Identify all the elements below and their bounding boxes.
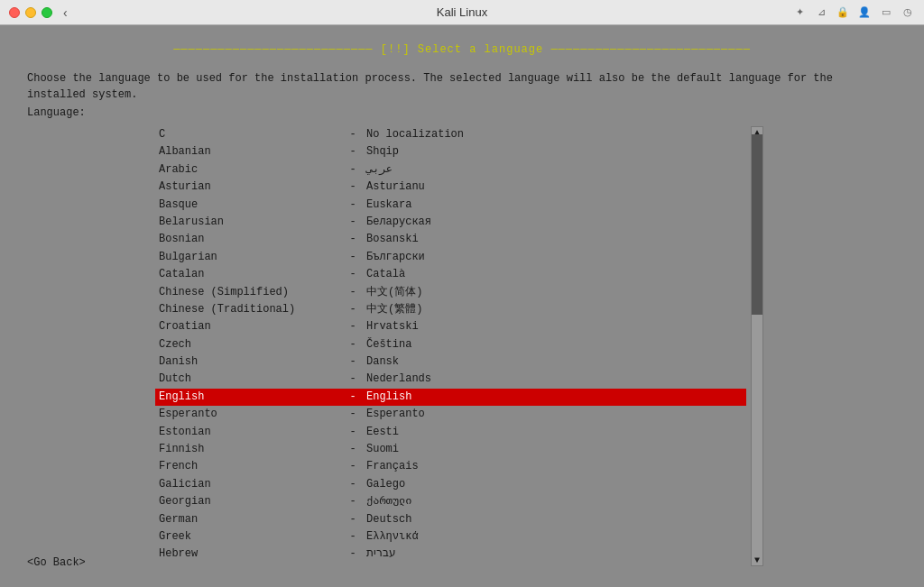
language-name: Albanian	[159, 144, 339, 160]
language-name: Belarusian	[159, 215, 339, 230]
language-separator: -	[339, 215, 366, 230]
language-name: Czech	[159, 337, 339, 353]
language-separator: -	[339, 337, 366, 353]
language-separator: -	[339, 442, 366, 457]
language-separator: -	[339, 407, 366, 422]
language-list-container: C-No localizationAlbanian-ShqipArabic-عر…	[155, 126, 769, 566]
go-back-button[interactable]: <Go Back>	[27, 556, 86, 569]
maximize-button[interactable]	[42, 7, 52, 18]
wifi-icon: ⊿	[814, 5, 828, 20]
back-button[interactable]: ‹	[63, 5, 68, 20]
language-name: Estonian	[159, 425, 339, 440]
list-item[interactable]: French-Français	[155, 458, 746, 475]
language-native-name: Euskara	[366, 197, 411, 213]
language-native-name: Català	[366, 267, 405, 282]
language-name: Esperanto	[159, 407, 339, 422]
language-native-name: 中文(简体)	[366, 285, 422, 300]
list-item[interactable]: Dutch-Nederlands	[155, 371, 746, 388]
language-separator: -	[339, 425, 366, 440]
list-item[interactable]: Albanian-Shqip	[155, 143, 746, 161]
list-item[interactable]: Arabic-عربي	[155, 161, 746, 179]
list-item[interactable]: Bulgarian-Български	[155, 249, 746, 266]
language-separator: -	[339, 162, 366, 178]
language-name: Basque	[159, 197, 339, 213]
language-name: Greek	[159, 529, 339, 545]
lock-icon: 🔒	[836, 5, 850, 20]
language-name: Chinese (Traditional)	[159, 302, 339, 317]
language-separator: -	[339, 390, 366, 405]
language-separator: -	[339, 371, 366, 387]
description: Choose the language to be used for the i…	[27, 70, 897, 103]
scrollbar-thumb[interactable]	[752, 134, 762, 315]
language-name: Chinese (Simplified)	[159, 285, 339, 300]
language-separator: -	[339, 127, 366, 142]
title-decoration-right: ───────────────────────────	[550, 43, 750, 56]
list-item[interactable]: Galician-Galego	[155, 476, 746, 493]
language-native-name: Magyar	[366, 564, 405, 566]
language-separator: -	[339, 179, 366, 195]
language-name: Finnish	[159, 442, 339, 457]
language-native-name: Ελληνικά	[366, 529, 419, 545]
language-native-name: ქართული	[366, 494, 412, 509]
clock-icon: ◷	[901, 5, 915, 20]
language-name: Bosnian	[159, 232, 339, 247]
scroll-down-arrow[interactable]: ▼	[752, 555, 762, 565]
list-item[interactable]: Georgian-ქართული	[155, 493, 746, 510]
language-separator: -	[339, 546, 366, 562]
list-item[interactable]: Czech-Čeština	[155, 336, 746, 353]
language-separator: -	[339, 197, 366, 213]
language-separator: -	[339, 564, 366, 566]
language-name: Asturian	[159, 179, 339, 195]
brightness-icon: ✦	[792, 5, 807, 20]
list-item[interactable]: Estonian-Eesti	[155, 424, 746, 441]
list-item[interactable]: English-English	[155, 389, 746, 406]
language-native-name: עברית	[366, 546, 396, 562]
language-native-name: Bosanski	[366, 232, 419, 247]
language-name: Hungarian	[159, 564, 339, 566]
language-name: Georgian	[159, 494, 339, 509]
close-button[interactable]	[9, 7, 20, 18]
list-item[interactable]: Bosnian-Bosanski	[155, 231, 746, 248]
titlebar: ‹ Kali Linux ✦ ⊿ 🔒 👤 ▭ ◷	[0, 0, 924, 25]
language-separator: -	[339, 319, 366, 335]
language-name: Dutch	[159, 371, 339, 387]
language-native-name: Hrvatski	[366, 319, 419, 335]
language-native-name: Suomi	[366, 442, 399, 457]
language-separator: -	[339, 529, 366, 545]
language-native-name: Български	[366, 250, 425, 265]
language-name: French	[159, 459, 339, 474]
language-name: Danish	[159, 354, 339, 370]
list-item[interactable]: Basque-Euskara	[155, 197, 746, 214]
list-item[interactable]: Belarusian-Беларуская	[155, 214, 746, 231]
list-item[interactable]: C-No localization	[155, 126, 746, 143]
language-separator: -	[339, 302, 366, 317]
language-separator: -	[339, 285, 366, 300]
list-item[interactable]: Hungarian-Magyar	[155, 564, 746, 566]
traffic-lights	[9, 7, 52, 18]
list-item[interactable]: Asturian-Asturianu	[155, 179, 746, 196]
language-native-name: Shqip	[366, 144, 399, 160]
list-item[interactable]: German-Deutsch	[155, 511, 746, 528]
list-item[interactable]: Croatian-Hrvatski	[155, 318, 746, 335]
list-item[interactable]: Esperanto-Esperanto	[155, 406, 746, 423]
language-list[interactable]: C-No localizationAlbanian-ShqipArabic-عر…	[155, 126, 751, 566]
language-label: Language:	[27, 106, 897, 119]
language-name: Croatian	[159, 319, 339, 335]
language-native-name: عربي	[366, 162, 393, 178]
language-separator: -	[339, 232, 366, 247]
list-item[interactable]: Catalan-Català	[155, 266, 746, 283]
language-separator: -	[339, 477, 366, 492]
minimize-button[interactable]	[25, 7, 36, 18]
scrollbar[interactable]: ▲ ▼	[751, 126, 763, 566]
list-item[interactable]: Chinese (Simplified)-中文(简体)	[155, 284, 746, 301]
list-item[interactable]: Finnish-Suomi	[155, 441, 746, 458]
terminal-window: ─────────────────────────── [!!] Select …	[0, 25, 924, 587]
language-native-name: Galego	[366, 477, 405, 492]
language-name: Arabic	[159, 162, 339, 178]
language-native-name: No localization	[366, 127, 464, 142]
language-name: C	[159, 127, 339, 142]
list-item[interactable]: Greek-Ελληνικά	[155, 528, 746, 546]
list-item[interactable]: Danish-Dansk	[155, 353, 746, 371]
list-item[interactable]: Hebrew-עברית	[155, 546, 746, 563]
list-item[interactable]: Chinese (Traditional)-中文(繁體)	[155, 301, 746, 318]
